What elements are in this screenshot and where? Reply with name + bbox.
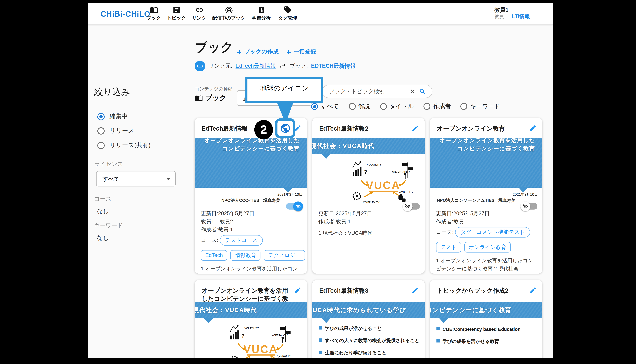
svg-text:AMBIGUITY: AMBIGUITY: [399, 191, 413, 194]
svg-text:VOLATILITY: VOLATILITY: [367, 163, 381, 166]
book-card-open-online[interactable]: オープンオンライン教育 オープンオンライン教育を活用した コンピテンシーに基づく…: [430, 118, 542, 274]
scope-label: 解説: [358, 102, 370, 110]
thumbnail-notch: [321, 154, 331, 159]
vuca-illustration: VOLATILITY UNCERTAINTY COMPLEXITY AMBIGU…: [350, 158, 417, 205]
thumbnail-text: 現代社会：VUCA時代: [312, 138, 425, 154]
owner-name: 堀真寿美: [263, 198, 280, 204]
broadcast-icon: [225, 6, 233, 14]
tag-chip[interactable]: 情報教育: [231, 250, 261, 260]
link-source-name[interactable]: EdTech最新情報: [236, 62, 276, 70]
book-card-edtech1[interactable]: EdTech最新情報 オープンオンライン教育を活用した コンピテンシーに基づく教…: [195, 118, 307, 274]
scope-description[interactable]: 解説: [349, 102, 370, 110]
bullet-square-icon: [319, 338, 322, 342]
edit-pencil-icon[interactable]: [411, 124, 419, 132]
edit-pencil-icon[interactable]: [529, 286, 536, 294]
radio-icon[interactable]: [97, 127, 105, 134]
filter-title: 絞り込み: [94, 86, 130, 98]
updated-date: 更新日:2025年5月27日: [318, 210, 420, 218]
nav-tag-management[interactable]: タグ管理: [275, 6, 300, 21]
org-name: NPO法人CCC-TIES: [221, 198, 259, 204]
create-book-button[interactable]: + ブックの作成: [237, 48, 279, 56]
nav-books[interactable]: ブック: [144, 6, 163, 21]
radio-icon[interactable]: [423, 103, 430, 110]
scope-label: すべて: [321, 102, 339, 110]
edit-pencil-icon[interactable]: [529, 124, 536, 132]
book-card-competency[interactable]: オープンオンライン教育を活用したコンピテンシーに基づく教育 現代社会：VUCA時…: [195, 280, 307, 358]
app-logo[interactable]: CHiBi-CHiLO: [101, 10, 150, 19]
filter-status-editing[interactable]: 編集中: [97, 113, 128, 120]
thumbnail-text: オープンオンライン教育を活用した コンピテンシーに基づく教育: [204, 137, 300, 153]
analytics-icon: [257, 6, 266, 14]
tag-chip[interactable]: オンライン教育: [464, 242, 511, 252]
org-row: NPO法人CCC-TIES 堀真寿美: [221, 198, 280, 204]
page-title: ブック: [195, 39, 233, 56]
bullet-list: 学びの成果が活かせること すべての人々に教育の機会が提供されること 生涯にわたり…: [319, 326, 421, 358]
tag-chip[interactable]: EdTech: [201, 250, 227, 260]
app-header: CHiBi-CHiLO ブック トピック リンク 配信中のブック: [88, 3, 553, 25]
radio-icon[interactable]: [380, 103, 387, 110]
bullet-square-icon: [319, 350, 322, 354]
card-thumbnail: VUCA時代に求められている学び: [312, 302, 425, 318]
radio-icon[interactable]: [460, 103, 467, 110]
course-row: コース: テストコース: [201, 235, 302, 246]
filter-status-release-shared[interactable]: リリース(共有): [97, 142, 151, 149]
radio-label: リリース: [110, 127, 134, 134]
filter-status-release[interactable]: リリース: [97, 127, 134, 134]
content-type-value: ブック: [205, 93, 226, 102]
search-icon[interactable]: [419, 88, 426, 95]
book-card-edtech3[interactable]: EdTech最新情報3 VUCA時代に求められている学び 学びの成果が活かせるこ…: [312, 280, 425, 358]
radio-icon[interactable]: [349, 103, 356, 110]
annotation-callout: 地球のアイコン: [245, 77, 323, 103]
user-role: 教員: [494, 14, 504, 20]
radio-selected-icon[interactable]: [97, 113, 105, 120]
scope-label: 作成者: [433, 102, 451, 110]
screenshot-root: CHiBi-CHiLO ブック トピック リンク 配信中のブック: [0, 0, 636, 364]
edit-pencil-icon[interactable]: [294, 286, 301, 294]
scope-keyword[interactable]: キーワード: [460, 102, 500, 110]
bullet-square-icon: [436, 339, 440, 342]
swap-arrows-icon: [279, 62, 286, 70]
scope-title[interactable]: タイトル: [380, 102, 414, 110]
scope-all[interactable]: すべて: [311, 102, 339, 110]
nav-links[interactable]: リンク: [190, 6, 208, 21]
license-select[interactable]: すべて: [96, 171, 176, 186]
search-input[interactable]: [328, 88, 406, 95]
globe-icon[interactable]: [280, 123, 291, 134]
course-chip[interactable]: タグ・コメント機能テスト: [455, 227, 530, 238]
tag-chip[interactable]: テスト: [436, 242, 461, 252]
thumbnail-notch: [283, 187, 293, 192]
content-type-row: ブック: [195, 93, 226, 102]
book-card-from-topic[interactable]: トピックからブック作成2 コンピテンシーに基づく教育 CBE:Competenc…: [430, 280, 542, 358]
link-badge-icon: [195, 61, 205, 71]
course-chip[interactable]: テストコース: [220, 235, 263, 246]
scope-label: タイトル: [390, 102, 414, 110]
thumbnail-notch: [439, 318, 448, 323]
svg-text:AMBIGUITY: AMBIGUITY: [277, 354, 291, 357]
clear-search-icon[interactable]: ×: [410, 88, 415, 95]
nav-topics[interactable]: トピック: [165, 6, 188, 21]
thumbnail-notch: [204, 318, 213, 323]
book-icon: [195, 94, 203, 102]
card-info: 更新日:2025年5月27日 教員1，教員2 作成者:教員 1 コース: テスト…: [201, 210, 302, 274]
radio-label: リリース(共有): [110, 142, 151, 149]
lti-info-link[interactable]: LTI情報: [512, 13, 530, 20]
bulk-register-button[interactable]: + 一括登録: [286, 48, 316, 56]
search-bar[interactable]: ×: [322, 85, 432, 98]
link-target-name: EDTECH最新情報: [311, 62, 355, 70]
radio-icon[interactable]: [97, 142, 105, 149]
radio-label: 編集中: [110, 113, 128, 120]
scope-creator[interactable]: 作成者: [423, 102, 451, 110]
nav-published-books[interactable]: 配信中のブック: [211, 6, 247, 21]
bullet-square-icon: [436, 327, 440, 330]
topic-icon: [172, 6, 181, 14]
tag-chip[interactable]: テクノロジー: [264, 250, 305, 260]
tag-list: EdTech 情報教育 テクノロジー: [201, 250, 302, 260]
link-info-bar: リンク元: EdTech最新情報 ブック: EDTECH最新情報: [195, 61, 355, 71]
edit-pencil-icon[interactable]: [411, 286, 419, 294]
keyword-value: なし: [97, 234, 109, 242]
book-card-edtech2[interactable]: EdTech最新情報2 現代社会：VUCA時代 VOLATILITY UNCER…: [312, 118, 425, 274]
nav-analytics[interactable]: 学習分析: [249, 6, 273, 21]
license-label: ライセンス: [94, 160, 123, 168]
radio-selected-icon[interactable]: [311, 103, 318, 110]
svg-text:VUCA: VUCA: [366, 179, 400, 192]
